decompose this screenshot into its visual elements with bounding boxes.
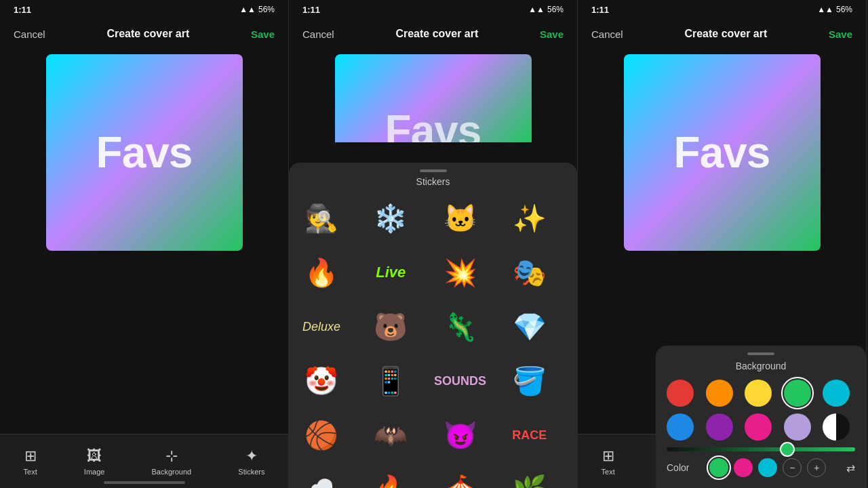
color-half[interactable] bbox=[823, 413, 850, 441]
bottom-toolbar-1: ⊞ Text 🖼 Image ⊹ Background ✦ Stickers bbox=[0, 434, 288, 488]
sticker-demon[interactable]: 😈 bbox=[436, 411, 485, 460]
status-time-2: 1:11 bbox=[302, 5, 320, 15]
color-lavender[interactable] bbox=[784, 413, 811, 441]
shuffle-button[interactable]: ⇄ bbox=[846, 462, 855, 474]
color-cyan[interactable] bbox=[823, 380, 850, 407]
cover-canvas-partial-2: Favs bbox=[335, 54, 532, 142]
stickers-sheet: Stickers 🕵️ ❄️ 🐱 ✨ 🔥 Live 💥 🎭 Deluxe 🐻 🦎… bbox=[289, 163, 577, 488]
status-icons-3: ▲▲ 56% bbox=[817, 5, 852, 14]
sticker-snowflake[interactable]: ❄️ bbox=[366, 194, 415, 243]
sticker-sounds[interactable]: SOUNDS bbox=[436, 357, 485, 405]
nav-bar-2: Cancel Create cover art Save bbox=[289, 19, 577, 49]
status-bar-3: 1:11 ▲▲ 56% bbox=[578, 0, 866, 19]
color-slider[interactable] bbox=[667, 447, 855, 451]
page-title-2: Create cover art bbox=[395, 28, 478, 40]
cover-title-1: Favs bbox=[96, 127, 193, 178]
color-slider-container bbox=[667, 447, 855, 451]
color-red[interactable] bbox=[667, 380, 694, 407]
sticker-sparkles[interactable]: ✨ bbox=[505, 194, 554, 243]
sticker-phone[interactable]: 📱 bbox=[366, 357, 415, 405]
battery-3: 56% bbox=[836, 5, 852, 14]
sticker-jester[interactable]: 🤡 bbox=[297, 357, 346, 405]
sticker-cloud[interactable]: ☁️ bbox=[297, 465, 346, 488]
status-bar-1: 1:11 ▲▲ 56% bbox=[0, 0, 288, 19]
swatch-pink[interactable] bbox=[734, 458, 753, 477]
sticker-basketball[interactable]: 🏀 bbox=[297, 411, 346, 460]
home-indicator-1 bbox=[104, 481, 185, 484]
cancel-button-2[interactable]: Cancel bbox=[302, 28, 334, 40]
sticker-fire2[interactable]: 🔥 bbox=[366, 465, 415, 488]
sticker-bucket[interactable]: 🪣 bbox=[505, 357, 554, 405]
stickers-sheet-title: Stickers bbox=[416, 176, 450, 187]
text-label-3: Text bbox=[601, 468, 615, 476]
save-button-1[interactable]: Save bbox=[251, 28, 275, 40]
sticker-spy[interactable]: 🕵️ bbox=[297, 194, 346, 243]
save-button-3[interactable]: Save bbox=[829, 28, 852, 40]
sticker-sombrero[interactable]: 🎪 bbox=[436, 465, 485, 488]
text-icon-1: ⊞ bbox=[24, 447, 37, 465]
sticker-gem[interactable]: 💎 bbox=[505, 302, 554, 351]
text-icon-3: ⊞ bbox=[602, 447, 614, 465]
sticker-foliage[interactable]: 🌿 bbox=[505, 465, 554, 488]
sticker-gecko[interactable]: 🦎 bbox=[436, 302, 485, 351]
phone-panel-3: 1:11 ▲▲ 56% Cancel Create cover art Save… bbox=[578, 0, 867, 488]
color-blue[interactable] bbox=[667, 413, 694, 441]
color-orange[interactable] bbox=[706, 380, 733, 407]
battery-2: 56% bbox=[547, 5, 564, 14]
color-purple[interactable] bbox=[706, 413, 733, 441]
color-grid bbox=[667, 380, 855, 441]
signal-icon-3: ▲▲ bbox=[817, 5, 833, 14]
nav-bar-3: Cancel Create cover art Save bbox=[578, 19, 866, 49]
signal-icon-2: ▲▲ bbox=[528, 5, 545, 14]
toolbar-background-1[interactable]: ⊹ Background bbox=[152, 447, 192, 476]
sticker-fire[interactable]: 🔥 bbox=[297, 248, 346, 297]
status-bar-2: 1:11 ▲▲ 56% bbox=[289, 0, 577, 19]
toolbar-stickers-1[interactable]: ✦ Stickers bbox=[238, 447, 264, 476]
color-swatches-row: − + bbox=[709, 458, 826, 477]
cancel-button-3[interactable]: Cancel bbox=[591, 28, 623, 40]
image-icon-1: 🖼 bbox=[87, 447, 102, 465]
signal-icon-1: ▲▲ bbox=[239, 5, 256, 14]
image-label-1: Image bbox=[84, 468, 105, 476]
toolbar-image-1[interactable]: 🖼 Image bbox=[84, 447, 105, 476]
minus-icon[interactable]: − bbox=[783, 458, 802, 477]
sticker-race[interactable]: RACE bbox=[505, 411, 554, 460]
status-icons-1: ▲▲ 56% bbox=[239, 5, 275, 14]
status-icons-2: ▲▲ 56% bbox=[528, 5, 564, 14]
color-yellow[interactable] bbox=[745, 380, 772, 407]
sticker-party[interactable]: 🎭 bbox=[505, 248, 554, 297]
stickers-grid: 🕵️ ❄️ 🐱 ✨ 🔥 Live 💥 🎭 Deluxe 🐻 🦎 💎 🤡 📱 SO… bbox=[289, 194, 577, 488]
sticker-bats[interactable]: 🦇 bbox=[366, 411, 415, 460]
background-label-1: Background bbox=[152, 468, 192, 476]
sticker-explosion[interactable]: 💥 bbox=[436, 248, 485, 297]
background-icon-1: ⊹ bbox=[165, 447, 178, 465]
sheet-handle[interactable] bbox=[420, 169, 447, 172]
color-green[interactable] bbox=[784, 380, 811, 407]
stickers-icon-1: ✦ bbox=[245, 447, 258, 465]
sticker-live[interactable]: Live bbox=[366, 248, 415, 297]
color-pink[interactable] bbox=[745, 413, 772, 441]
page-title-1: Create cover art bbox=[106, 28, 189, 40]
swatch-cyan[interactable] bbox=[758, 458, 777, 477]
bg-picker-title: Background bbox=[667, 361, 855, 371]
cancel-button-1[interactable]: Cancel bbox=[14, 28, 45, 40]
sticker-deluxe[interactable]: Deluxe bbox=[297, 302, 346, 351]
bg-picker-sheet: Background Color − + bbox=[656, 346, 866, 488]
sticker-cat[interactable]: 🐱 bbox=[436, 194, 485, 243]
color-row: Color − + ⇄ bbox=[667, 458, 855, 477]
toolbar-text-3[interactable]: ⊞ Text bbox=[601, 447, 615, 476]
bg-handle[interactable] bbox=[747, 352, 774, 355]
stickers-label-1: Stickers bbox=[238, 468, 264, 476]
sticker-bear[interactable]: 🐻 bbox=[366, 302, 415, 351]
cover-title-partial-2: Favs bbox=[385, 106, 481, 142]
status-time-3: 1:11 bbox=[591, 5, 609, 15]
toolbar-text-1[interactable]: ⊞ Text bbox=[24, 447, 37, 476]
cover-canvas-3[interactable]: Favs bbox=[624, 54, 821, 251]
plus-icon[interactable]: + bbox=[807, 458, 826, 477]
save-button-2[interactable]: Save bbox=[540, 28, 564, 40]
slider-thumb[interactable] bbox=[780, 442, 795, 457]
battery-1: 56% bbox=[258, 5, 275, 14]
phone-panel-2: 1:11 ▲▲ 56% Cancel Create cover art Save… bbox=[289, 0, 578, 488]
swatch-green[interactable] bbox=[709, 458, 728, 477]
cover-canvas-1[interactable]: Favs bbox=[46, 54, 243, 251]
